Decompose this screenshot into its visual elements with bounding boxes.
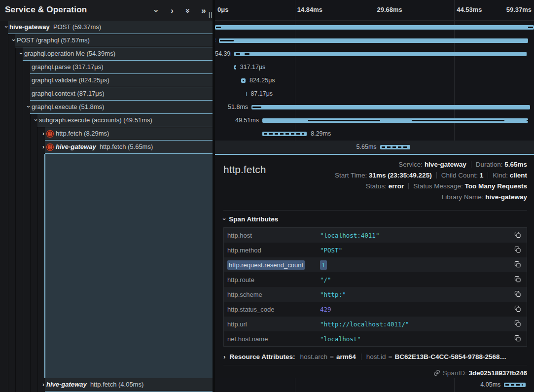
meta-label: Start Time: [335,172,369,179]
attribute-key[interactable]: net.host.name [227,335,320,343]
attribute-value[interactable]: 429 [320,306,513,313]
copy-icon[interactable] [513,275,523,285]
span-tree-row[interactable]: ›!http.fetch (8.29ms) [0,127,213,141]
chevron-down-icon[interactable]: › [151,5,162,16]
double-chevron-down-icon[interactable]: » [182,5,193,16]
child-span-dashes [264,133,304,135]
attribute-value[interactable]: "localhost:4011" [320,232,513,239]
span-tree-row[interactable]: ›hive-gateway http.fetch (4.05ms) [0,378,213,392]
operation-name: http.fetch (4.05ms) [90,381,143,388]
span-duration-bar[interactable] [504,383,526,387]
span-tree-row[interactable]: ›hive-gateway POST (59.37ms) [0,21,213,34]
span-tree-row[interactable]: ›POST /graphql (57.57ms) [0,34,213,47]
span-row-label: http.fetch (8.29ms) [56,130,109,137]
attribute-value[interactable]: "/" [320,276,513,284]
copy-icon[interactable] [513,230,523,240]
attribute-key[interactable]: http.url [227,321,320,328]
service-name: hive-gateway [46,381,87,388]
chevron-right-icon[interactable]: › [40,143,46,150]
copy-icon[interactable] [513,319,523,329]
meta-value: 5.65ms [504,161,527,168]
timeline-row: 87.17μs [215,87,534,101]
child-span-mark [235,67,236,68]
span-duration-bar[interactable] [251,105,530,109]
chevron-right-icon[interactable]: › [167,5,178,16]
attribute-key[interactable]: http.route [227,276,320,284]
span-duration-bar[interactable] [262,132,307,136]
span-row-label: hive-gateway http.fetch (4.05ms) [46,381,143,388]
chevron-right-icon: › [223,353,226,360]
double-chevron-right-icon[interactable]: » [198,5,209,16]
attribute-value[interactable]: "localhost" [320,335,513,343]
resource-key: host.arch [300,353,328,360]
span-duration-bar[interactable] [380,145,411,149]
timeline-row: 54.39ms [215,47,534,61]
span-tree-row[interactable]: ›subgraph.execute (accounts) (49.51ms) [0,114,213,127]
span-row-label: graphql.operation Me (54.39ms) [24,50,115,57]
attribute-key[interactable]: http.scheme [227,291,320,298]
child-span-dashes [505,384,523,386]
meta-label: Child Count: [441,172,480,179]
attribute-key[interactable]: http.method [227,247,320,254]
span-tree-row[interactable]: graphql.validate (824.25μs) [0,74,213,87]
child-span-mark [412,120,505,121]
span-duration-bar[interactable] [234,65,236,70]
span-tree-row[interactable]: graphql.parse (317.17μs) [0,61,213,74]
chevron-right-icon[interactable]: › [40,381,46,388]
panel-resize-divider[interactable]: || [213,0,215,392]
attribute-value[interactable]: 1 [320,261,513,269]
span-duration-bar[interactable] [234,52,527,56]
attribute-row: http.method"POST" [224,243,527,257]
span-tree-row[interactable]: ›!hive-gateway http.fetch (5.65ms) [0,141,213,154]
span-detail-title: http.fetch [223,164,266,204]
copy-icon[interactable] [513,260,523,270]
resize-grip-icon[interactable]: || [209,11,213,18]
span-duration-bar[interactable] [262,118,529,123]
attribute-value[interactable]: "http:" [320,291,513,298]
operation-name: http.fetch (5.65ms) [100,143,153,150]
attribute-row: http.scheme"http:" [224,287,527,302]
meta-label: Kind: [493,172,510,179]
resource-value: arm64 [336,353,356,360]
resource-attributes-row[interactable]: ›Resource Attributes:host.arch=arm64host… [223,353,527,360]
chevron-down-icon[interactable]: › [26,103,32,110]
operation-name: graphql.validate (824.25μs) [32,76,109,84]
child-span-mark [527,120,529,121]
span-tree-row[interactable]: ›graphql.execute (51.8ms) [0,101,213,114]
span-duration-bar[interactable] [246,92,247,96]
span-tree-row[interactable]: ›graphql.operation Me (54.39ms) [0,47,213,61]
child-span-mark [308,120,380,121]
attribute-row: http.host"localhost:4011" [224,228,527,243]
chevron-down-icon[interactable]: › [11,36,17,44]
chevron-right-icon[interactable]: › [40,130,46,137]
resource-key: host.id [366,353,386,360]
chevron-down-icon[interactable]: › [33,116,39,124]
child-span-mark [236,53,240,55]
span-tree-row[interactable]: graphql.context (87.17μs) [0,87,213,101]
span-duration-bar[interactable] [219,38,528,43]
span-duration-bar[interactable] [215,25,534,30]
chevron-down-icon[interactable]: › [3,23,9,31]
attribute-key[interactable]: http.request.resend_count [227,261,320,269]
meta-value: error [389,182,404,190]
copy-icon[interactable] [513,304,523,314]
duration-label: 5.65ms [215,143,377,150]
meta-label: Service: [398,161,425,168]
duration-label: 824.25μs [249,77,275,84]
operation-name: http.fetch (8.29ms) [56,130,109,137]
chevron-down-icon[interactable]: › [18,50,24,57]
operation-name: subgraph.execute (accounts) (49.51ms) [39,116,152,124]
copy-icon[interactable] [513,245,523,255]
copy-icon[interactable] [513,334,523,344]
attribute-row: http.status_code429 [224,302,527,317]
attribute-value[interactable]: "POST" [320,247,513,254]
attribute-key[interactable]: http.status_code [227,306,320,313]
link-icon[interactable] [433,369,440,376]
copy-icon[interactable] [513,289,523,299]
span-attributes-header[interactable]: ›Span Attributes [223,215,527,223]
attribute-value[interactable]: "http://localhost:4011/" [320,321,513,328]
duration-label: 57.57ms [215,37,215,44]
attribute-key[interactable]: http.host [227,232,320,239]
span-duration-bar[interactable] [241,78,246,83]
child-span-mark [220,40,234,41]
